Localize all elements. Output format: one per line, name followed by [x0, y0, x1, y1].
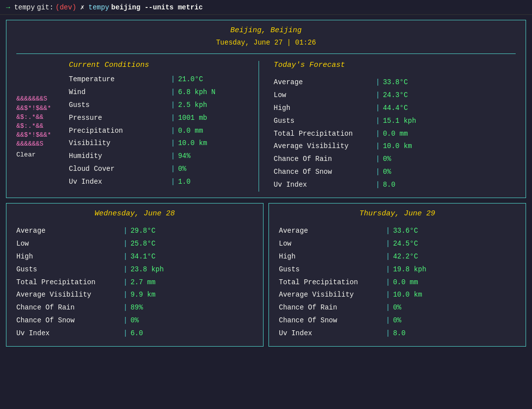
row-label: Average Visibility [274, 140, 373, 153]
row-separator: | [123, 289, 127, 302]
table-row: Chance Of Rain|0% [279, 302, 516, 314]
table-row: Gusts|19.8 kph [279, 263, 516, 276]
table-row: Low|25.8°C [16, 238, 253, 251]
row-separator: | [376, 166, 380, 179]
row-value: 0% [393, 314, 401, 327]
current-conditions-col: &&&&&&&S &&$*!$&&* &$:.*&& &$:.*&& &&$*!… [16, 61, 259, 192]
row-label: Average [274, 76, 373, 89]
prompt-directory: tempy [14, 3, 35, 11]
row-value: 42.2°C [393, 251, 418, 263]
row-value: 23.8 kph [130, 263, 163, 276]
row-label: Total Precipitation [16, 276, 120, 289]
row-value: 24.5°C [393, 238, 418, 251]
city-title: Beijing, Beijing [16, 26, 516, 35]
prompt-git-label: git: [37, 3, 53, 11]
wednesday-panel: Wednesday, June 28 Average|29.8°CLow|25.… [6, 203, 264, 347]
row-value: 25.8°C [130, 238, 155, 251]
table-row: Average|33.6°C [279, 225, 516, 238]
row-value: 0% [130, 314, 139, 327]
row-separator: | [386, 314, 390, 327]
table-row: Humidity|94% [69, 150, 259, 163]
table-row: Chance Of Rain|89% [16, 302, 253, 314]
row-value: 10.0 km [393, 289, 422, 302]
main-two-col: &&&&&&&S &&$*!$&&* &$:.*&& &$:.*&& &&$*!… [16, 61, 516, 192]
row-label: Chance Of Snow [274, 166, 373, 179]
row-label: Uv Index [69, 176, 168, 189]
content-area: Beijing, Beijing Tuesday, June 27 | 01:2… [0, 15, 532, 352]
row-value: 33.6°C [393, 225, 418, 238]
row-label: Average Visibility [279, 289, 383, 302]
table-row: Uv Index|8.0 [279, 327, 516, 340]
row-value: 0.0 mm [383, 128, 408, 141]
row-label: Temperature [69, 73, 168, 86]
row-label: Gusts [69, 99, 168, 112]
row-label: Chance Of Snow [16, 314, 120, 327]
row-separator: | [123, 251, 127, 263]
row-label: Chance Of Snow [279, 314, 383, 327]
row-label: Humidity [69, 150, 168, 163]
table-row: Uv Index|8.0 [274, 179, 516, 192]
row-separator: | [386, 276, 390, 289]
row-label: Chance Of Rain [274, 153, 373, 166]
main-weather-panel: Beijing, Beijing Tuesday, June 27 | 01:2… [6, 20, 526, 198]
row-separator: | [123, 263, 127, 276]
ascii-line-3: &$:.*&& [16, 113, 61, 122]
table-row: Chance Of Snow|0% [16, 314, 253, 327]
row-separator: | [386, 225, 390, 238]
row-separator: | [376, 153, 380, 166]
row-value: 21.0°C [178, 73, 203, 86]
row-label: Low [279, 238, 383, 251]
row-value: 0% [178, 163, 186, 176]
row-separator: | [171, 176, 175, 189]
current-conditions-rows: Temperature|21.0°CWind|6.8 kph NGusts|2.… [69, 73, 259, 189]
table-row: High|42.2°C [279, 251, 516, 263]
row-value: 2.5 kph [178, 99, 207, 112]
table-row: Precipitation|0.0 mm [69, 125, 259, 138]
row-separator: | [376, 128, 380, 141]
terminal-window: → tempy git: (dev) ✗ tempy beijing --uni… [0, 0, 532, 409]
row-label: Chance Of Rain [279, 302, 383, 314]
current-conditions-table: Current Conditions Temperature|21.0°CWin… [69, 61, 259, 192]
row-label: Total Precipitation [279, 276, 383, 289]
row-value: 15.1 kph [383, 115, 416, 128]
table-row: Low|24.5°C [279, 238, 516, 251]
today-forecast-col: Today's Forecast Average|33.8°CLow|24.3°… [259, 61, 516, 192]
row-separator: | [123, 276, 127, 289]
today-forecast-rows: Average|33.8°CLow|24.3°CHigh|44.4°CGusts… [274, 76, 516, 192]
row-separator: | [386, 289, 390, 302]
row-separator: | [123, 225, 127, 238]
row-value: 10.0 km [383, 140, 412, 153]
weather-condition-label: Clear [16, 151, 61, 159]
row-label: Precipitation [69, 125, 168, 138]
ascii-line-1: &&&&&&&S [16, 95, 61, 103]
row-separator: | [171, 150, 175, 163]
row-label: Pressure [69, 112, 168, 125]
row-label: Uv Index [16, 327, 120, 340]
row-separator: | [123, 302, 127, 314]
row-separator: | [123, 327, 127, 340]
table-row: Gusts|23.8 kph [16, 263, 253, 276]
row-label: Wind [69, 86, 168, 99]
row-separator: | [386, 302, 390, 314]
table-row: Uv Index|1.0 [69, 176, 259, 189]
terminal-prompt: → tempy git: (dev) ✗ tempy beijing --uni… [0, 0, 532, 15]
prompt-branch: (dev) [55, 3, 76, 11]
row-label: Gusts [279, 263, 383, 276]
row-separator: | [171, 112, 175, 125]
row-label: Average [16, 225, 120, 238]
wednesday-title: Wednesday, June 28 [16, 209, 253, 218]
row-value: 89% [130, 302, 143, 314]
row-value: 6.0 [130, 327, 143, 340]
row-separator: | [171, 137, 175, 150]
table-row: High|44.4°C [274, 102, 516, 115]
prompt-arguments: beijing --units metric [111, 3, 203, 11]
table-row: Pressure|1001 mb [69, 112, 259, 125]
row-separator: | [386, 263, 390, 276]
row-separator: | [386, 327, 390, 340]
row-value: 34.1°C [130, 251, 155, 263]
row-value: 8.0 [383, 179, 395, 192]
table-row: Average Visibility|10.0 km [279, 289, 516, 302]
row-label: Low [274, 89, 373, 102]
table-row: Gusts|15.1 kph [274, 115, 516, 128]
row-label: Visibility [69, 137, 168, 150]
